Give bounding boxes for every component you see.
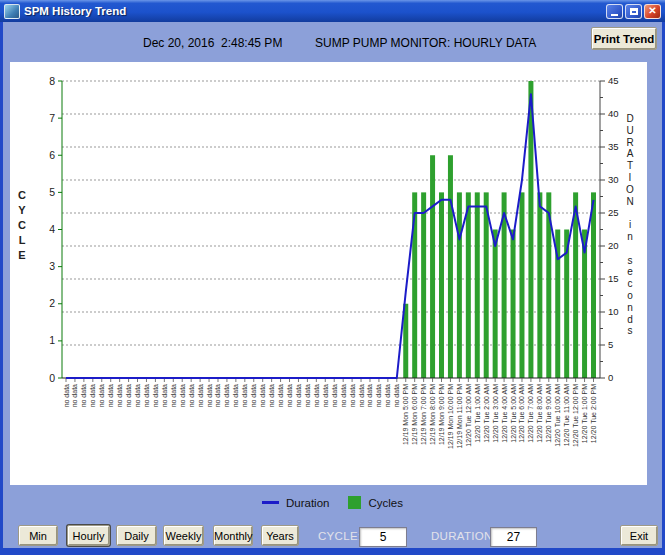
left-tick-label: 6	[49, 149, 55, 161]
x-axis-label: no data	[206, 384, 213, 407]
cycles-bar	[430, 155, 435, 378]
x-axis-label: 12/20 Tue 12:00 AM	[465, 384, 472, 447]
right-axis-title-char: n	[627, 231, 633, 242]
app-icon	[4, 4, 20, 19]
right-axis-title-char: e	[627, 266, 633, 277]
cycles-bar	[493, 230, 498, 379]
x-axis-label: 12/20 Tue 10:00 AM	[554, 384, 561, 447]
maximize-button[interactable]	[625, 4, 642, 19]
x-axis-label: no data	[250, 384, 257, 407]
x-axis-label: 12/19 Mon 7:00 PM	[420, 384, 427, 445]
x-axis-label: no data	[268, 384, 275, 407]
cycles-bar	[484, 192, 489, 378]
x-axis-label: no data	[331, 384, 338, 407]
left-tick-label: 4	[49, 223, 55, 235]
right-axis-title-char: N	[626, 196, 633, 207]
x-axis-label: no data	[313, 384, 320, 407]
cycles-bar	[466, 192, 471, 378]
weekly-view-button[interactable]: Weekly	[163, 525, 204, 546]
cycle-value-field[interactable]	[359, 527, 407, 547]
right-tick-label: 35	[608, 141, 619, 152]
left-tick-label: 5	[49, 186, 55, 198]
x-axis-label: no data	[232, 384, 239, 407]
right-tick-label: 15	[608, 273, 619, 284]
x-axis-label: no data	[322, 384, 329, 407]
left-axis-title-char: C	[18, 219, 26, 231]
x-axis-label: 12/20 Tue 1:00 PM	[581, 384, 588, 443]
x-axis-label: no data	[214, 384, 221, 407]
x-axis-label: no data	[179, 384, 186, 407]
x-axis-label: no data	[107, 384, 114, 407]
window-border-left	[0, 22, 3, 555]
left-tick-label: 2	[49, 297, 55, 309]
x-axis-label: no data	[393, 384, 400, 407]
monitor-title: SUMP PUMP MONITOR: HOURLY DATA	[315, 36, 536, 50]
cycles-bar	[457, 192, 462, 378]
min-view-button[interactable]: Min	[18, 525, 58, 546]
cycles-bar	[511, 230, 516, 379]
x-axis-label: no data	[71, 384, 78, 407]
left-axis-title-char: L	[19, 234, 26, 246]
x-axis-label: 12/20 Tue 9:00 AM	[545, 384, 552, 443]
right-axis-title-char: o	[627, 290, 633, 301]
x-axis-label: 12/20 Tue 3:00 AM	[492, 384, 499, 443]
x-axis-label: no data	[63, 384, 70, 407]
x-axis-label: 12/20 Tue 5:00 AM	[510, 384, 517, 443]
minimize-button[interactable]	[606, 4, 623, 19]
duration-legend-label: Duration	[286, 497, 329, 509]
chart-legend: Duration Cycles	[0, 496, 665, 509]
right-axis-title-char: D	[626, 113, 633, 124]
header-time: 2:48:45 PM	[221, 36, 282, 50]
header-date: Dec 20, 2016	[143, 36, 214, 50]
x-axis-label: no data	[304, 384, 311, 407]
right-tick-label: 0	[608, 372, 613, 383]
right-axis-title-char: s	[628, 255, 633, 266]
left-axis-title-char: Y	[18, 204, 26, 216]
x-axis-label: no data	[188, 384, 195, 407]
daily-view-button[interactable]: Daily	[116, 525, 157, 546]
years-view-button[interactable]: Years	[261, 525, 299, 546]
cycles-bar	[591, 192, 596, 378]
x-axis-label: no data	[134, 384, 141, 407]
monthly-view-button[interactable]: Monthly	[213, 525, 253, 546]
x-axis-label: no data	[125, 384, 132, 407]
x-axis-label: no data	[80, 384, 87, 407]
cycles-bar	[439, 192, 444, 378]
close-button[interactable]: ✕	[644, 4, 661, 19]
cycles-bar	[448, 155, 453, 378]
right-axis-title-char: n	[627, 302, 633, 313]
x-axis-label: no data	[384, 384, 391, 407]
window-title: SPM History Trend	[24, 5, 602, 17]
right-axis-title-char: O	[626, 184, 634, 195]
cycles-bar	[519, 192, 524, 378]
left-tick-label: 8	[49, 75, 55, 87]
trend-chart: 012345678051015202530354045no datano dat…	[10, 62, 647, 485]
x-axis-label: no data	[170, 384, 177, 407]
print-trend-button[interactable]: Print Trend	[591, 27, 657, 50]
x-axis-label: no data	[89, 384, 96, 407]
x-axis-label: no data	[349, 384, 356, 407]
x-axis-label: 12/19 Mon 6:00 PM	[411, 384, 418, 445]
left-tick-label: 0	[49, 372, 55, 384]
x-axis-label: 12/20 Tue 6:00 AM	[518, 384, 525, 443]
x-axis-label: no data	[259, 384, 266, 407]
right-tick-label: 25	[608, 207, 619, 218]
x-axis-label: no data	[277, 384, 284, 407]
x-axis-label: no data	[143, 384, 150, 407]
left-tick-label: 3	[49, 260, 55, 272]
hourly-view-button[interactable]: Hourly	[67, 525, 110, 546]
cycles-bar	[421, 192, 426, 378]
exit-button[interactable]: Exit	[620, 525, 658, 546]
x-axis-label: no data	[241, 384, 248, 407]
x-axis-label: 12/20 Tue 11:00 AM	[563, 384, 570, 446]
app-window: SPM History Trend ✕ Dec 20, 2016 2:48:45…	[0, 0, 665, 555]
left-axis-title-char: C	[18, 189, 26, 201]
x-axis-label: 12/20 Tue 7:00 AM	[527, 384, 534, 443]
cycles-bar	[475, 192, 480, 378]
duration-value-field[interactable]	[490, 527, 537, 547]
window-controls: ✕	[606, 4, 661, 19]
duration-field-label: DURATION:	[431, 530, 496, 542]
duration-legend-swatch	[262, 501, 279, 504]
right-tick-label: 5	[608, 339, 613, 350]
right-axis-title-char: c	[628, 278, 633, 289]
